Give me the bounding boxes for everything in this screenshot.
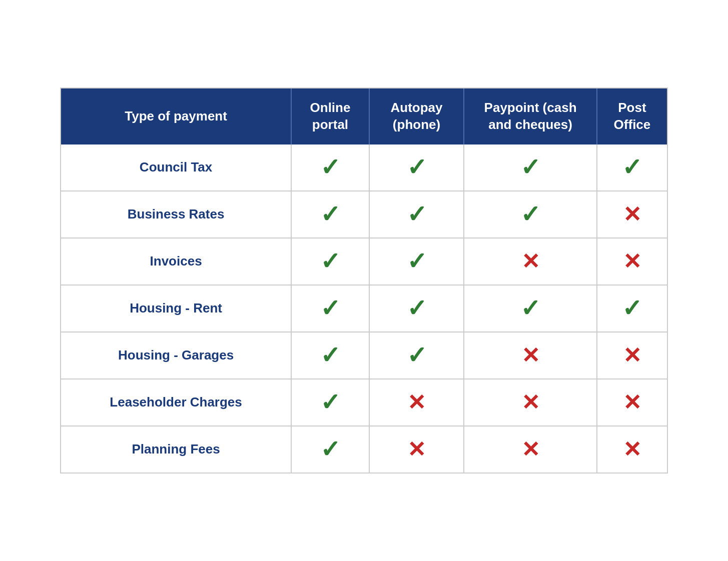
- cell-housing---garages-autopay: ✓: [369, 332, 464, 379]
- cell-housing---rent-post-office: ✓: [597, 285, 667, 332]
- cell-leaseholder-charges-autopay: ✕: [369, 379, 464, 426]
- cell-housing---garages-paypoint: ✕: [464, 332, 597, 379]
- header-type-of-payment: Type of payment: [61, 88, 291, 144]
- cell-business-rates-post-office: ✕: [597, 191, 667, 238]
- cell-invoices-autopay: ✓: [369, 238, 464, 285]
- cell-housing---garages-post-office: ✕: [597, 332, 667, 379]
- header-post-office: Post Office: [597, 88, 667, 144]
- cell-council-tax-online-portal: ✓: [291, 144, 369, 191]
- row-label-6: Planning Fees: [61, 426, 291, 472]
- row-label-5: Leaseholder Charges: [61, 379, 291, 426]
- cell-housing---rent-paypoint: ✓: [464, 285, 597, 332]
- cell-council-tax-autopay: ✓: [369, 144, 464, 191]
- payment-methods-table: Type of payment Online portal Autopay (p…: [60, 88, 668, 474]
- row-label-0: Council Tax: [61, 144, 291, 191]
- cell-housing---rent-autopay: ✓: [369, 285, 464, 332]
- cell-leaseholder-charges-post-office: ✕: [597, 379, 667, 426]
- table-header-row: Type of payment Online portal Autopay (p…: [61, 88, 667, 144]
- cell-council-tax-paypoint: ✓: [464, 144, 597, 191]
- header-autopay: Autopay (phone): [369, 88, 464, 144]
- header-paypoint: Paypoint (cash and cheques): [464, 88, 597, 144]
- cell-housing---garages-online-portal: ✓: [291, 332, 369, 379]
- cell-business-rates-online-portal: ✓: [291, 191, 369, 238]
- row-label-2: Invoices: [61, 238, 291, 285]
- cell-business-rates-autopay: ✓: [369, 191, 464, 238]
- cell-housing---rent-online-portal: ✓: [291, 285, 369, 332]
- table-row: Leaseholder Charges✓✕✕✕: [61, 379, 667, 426]
- table-row: Housing - Garages✓✓✕✕: [61, 332, 667, 379]
- table-row: Invoices✓✓✕✕: [61, 238, 667, 285]
- cell-leaseholder-charges-paypoint: ✕: [464, 379, 597, 426]
- cell-planning-fees-autopay: ✕: [369, 426, 464, 472]
- cell-planning-fees-paypoint: ✕: [464, 426, 597, 472]
- cell-invoices-post-office: ✕: [597, 238, 667, 285]
- table-row: Planning Fees✓✕✕✕: [61, 426, 667, 472]
- cell-planning-fees-post-office: ✕: [597, 426, 667, 472]
- cell-planning-fees-online-portal: ✓: [291, 426, 369, 472]
- cell-leaseholder-charges-online-portal: ✓: [291, 379, 369, 426]
- table-row: Business Rates✓✓✓✕: [61, 191, 667, 238]
- cell-business-rates-paypoint: ✓: [464, 191, 597, 238]
- row-label-4: Housing - Garages: [61, 332, 291, 379]
- cell-invoices-paypoint: ✕: [464, 238, 597, 285]
- table-row: Housing - Rent✓✓✓✓: [61, 285, 667, 332]
- cell-council-tax-post-office: ✓: [597, 144, 667, 191]
- row-label-1: Business Rates: [61, 191, 291, 238]
- cell-invoices-online-portal: ✓: [291, 238, 369, 285]
- table-row: Council Tax✓✓✓✓: [61, 144, 667, 191]
- row-label-3: Housing - Rent: [61, 285, 291, 332]
- header-online-portal: Online portal: [291, 88, 369, 144]
